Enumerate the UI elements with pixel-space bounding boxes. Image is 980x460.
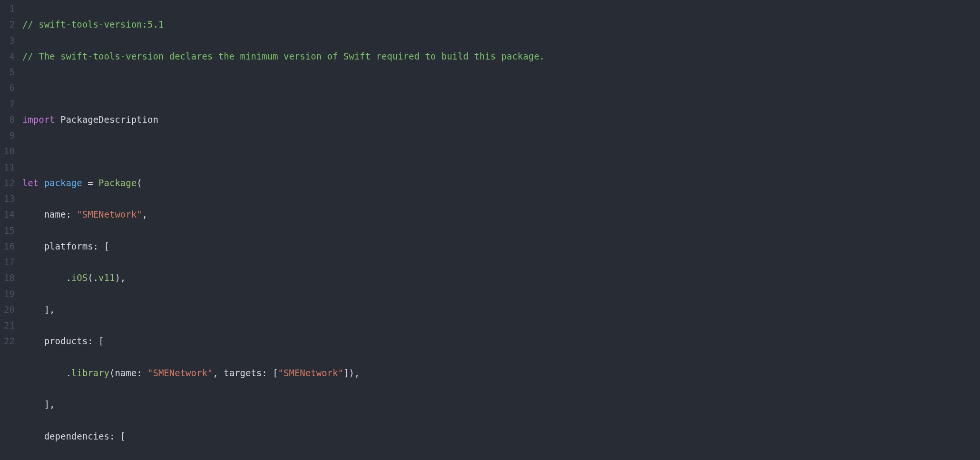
line-number: 21 bbox=[4, 318, 15, 333]
code-editor[interactable]: 1 2 3 4 5 6 7 8 9 10 11 12 13 14 15 16 1… bbox=[0, 0, 980, 460]
param-targets: targets bbox=[224, 368, 262, 378]
code-line[interactable]: .iOS(.v11), bbox=[22, 270, 980, 286]
code-area[interactable]: // swift-tools-version:5.1 // The swift-… bbox=[22, 0, 980, 460]
method-ios: iOS bbox=[71, 272, 88, 283]
paren-open: (. bbox=[88, 272, 98, 283]
code-line[interactable] bbox=[22, 80, 980, 96]
code-line[interactable]: products: [ bbox=[22, 333, 980, 349]
string-literal: "SMENetwork" bbox=[278, 368, 343, 378]
variable-package: package bbox=[39, 178, 82, 188]
line-number: 7 bbox=[4, 96, 15, 112]
param-name: name bbox=[115, 368, 137, 378]
paren-close: ), bbox=[115, 272, 126, 283]
operator-equals: = bbox=[82, 178, 93, 188]
line-number: 1 bbox=[4, 1, 15, 17]
code-line[interactable]: import PackageDescription bbox=[22, 112, 980, 128]
method-library: library bbox=[71, 368, 109, 378]
bracket-open: : [ bbox=[93, 241, 109, 251]
line-number: 18 bbox=[4, 270, 15, 286]
line-number: 4 bbox=[4, 49, 15, 64]
line-number: 17 bbox=[4, 254, 15, 270]
string-literal: "SMENetwork" bbox=[147, 368, 213, 378]
param-platforms: platforms bbox=[44, 241, 93, 251]
code-line[interactable]: // The swift-tools-version declares the … bbox=[22, 49, 980, 64]
module-name: PackageDescription bbox=[55, 114, 158, 125]
keyword-import: import bbox=[22, 114, 55, 125]
comma: , bbox=[142, 209, 147, 220]
line-number: 13 bbox=[4, 191, 15, 207]
indent bbox=[22, 431, 44, 441]
line-number: 10 bbox=[4, 143, 15, 159]
colon: : bbox=[137, 368, 147, 378]
param-products: products bbox=[44, 336, 88, 346]
line-number: 15 bbox=[4, 223, 15, 239]
indent: . bbox=[22, 368, 71, 378]
paren-open: ( bbox=[109, 368, 115, 378]
code-line[interactable]: name: "SMENetwork", bbox=[22, 207, 980, 222]
keyword-let: let bbox=[22, 178, 39, 188]
bracket-open: : [ bbox=[109, 431, 126, 441]
code-line[interactable]: // swift-tools-version:5.1 bbox=[22, 17, 980, 32]
line-number: 19 bbox=[4, 286, 15, 302]
code-line[interactable]: ], bbox=[22, 397, 980, 412]
bracket-open: : [ bbox=[88, 336, 104, 346]
line-number: 22 bbox=[4, 333, 15, 349]
bracket-open: : [ bbox=[262, 368, 278, 378]
line-number: 14 bbox=[4, 207, 15, 222]
code-line[interactable]: .library(name: "SMENetwork", targets: ["… bbox=[22, 365, 980, 381]
line-number: 16 bbox=[4, 239, 15, 254]
type-package: Package bbox=[93, 178, 137, 188]
enum-v11: v11 bbox=[98, 272, 115, 283]
param-name: name bbox=[44, 209, 66, 220]
indent bbox=[22, 209, 44, 220]
paren-open: ( bbox=[137, 178, 142, 188]
line-number: 6 bbox=[4, 80, 15, 96]
param-dependencies: dependencies bbox=[44, 431, 109, 441]
code-line[interactable] bbox=[22, 143, 980, 159]
code-line[interactable]: platforms: [ bbox=[22, 239, 980, 254]
comment: // The swift-tools-version declares the … bbox=[22, 51, 545, 61]
indent bbox=[22, 336, 44, 346]
line-number: 2 bbox=[4, 17, 15, 32]
line-number: 11 bbox=[4, 160, 15, 175]
bracket-close: ], bbox=[22, 399, 55, 410]
line-number: 9 bbox=[4, 128, 15, 143]
colon: : bbox=[66, 209, 77, 220]
code-line[interactable]: let package = Package( bbox=[22, 175, 980, 191]
code-line[interactable]: dependencies: [ bbox=[22, 429, 980, 444]
bracket-close: ]), bbox=[343, 368, 360, 378]
line-number: 8 bbox=[4, 112, 15, 128]
bracket-close: ], bbox=[22, 304, 55, 315]
line-number: 20 bbox=[4, 302, 15, 318]
code-line[interactable]: ], bbox=[22, 302, 980, 318]
comma: , bbox=[213, 368, 224, 378]
indent bbox=[22, 241, 44, 251]
line-number: 12 bbox=[4, 175, 15, 191]
comment: // swift-tools-version:5.1 bbox=[22, 19, 164, 30]
line-number: 3 bbox=[4, 33, 15, 49]
line-number: 5 bbox=[4, 64, 15, 80]
string-literal: "SMENetwork" bbox=[77, 209, 142, 220]
indent: . bbox=[22, 272, 71, 283]
line-number-gutter: 1 2 3 4 5 6 7 8 9 10 11 12 13 14 15 16 1… bbox=[0, 0, 22, 460]
